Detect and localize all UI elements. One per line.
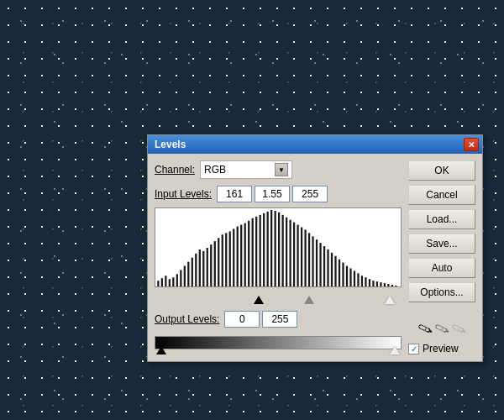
black-point-input[interactable] — [217, 186, 252, 202]
svg-rect-55 — [361, 276, 363, 286]
svg-rect-53 — [354, 270, 355, 286]
options-button[interactable]: Options... — [408, 282, 475, 302]
white-point-slider[interactable] — [385, 296, 395, 304]
svg-rect-54 — [357, 273, 359, 286]
title-bar: Levels ✕ — [148, 135, 482, 154]
svg-rect-51 — [346, 266, 348, 286]
output-white-slider[interactable] — [390, 346, 400, 354]
svg-rect-29 — [263, 213, 265, 286]
svg-rect-37 — [293, 223, 295, 286]
svg-rect-9 — [187, 262, 189, 286]
svg-rect-10 — [192, 258, 193, 286]
svg-rect-32 — [275, 211, 276, 286]
svg-rect-63 — [391, 285, 393, 286]
svg-rect-18 — [222, 234, 223, 286]
channel-label: Channel: — [155, 164, 195, 176]
svg-rect-17 — [218, 238, 219, 286]
svg-rect-1 — [157, 281, 159, 286]
close-button[interactable]: ✕ — [464, 138, 479, 151]
channel-select[interactable]: RGB ▼ — [200, 160, 292, 179]
input-levels-label: Input Levels: — [155, 188, 212, 200]
svg-rect-33 — [278, 213, 280, 286]
input-slider-row — [155, 289, 402, 304]
svg-rect-59 — [376, 281, 378, 286]
histogram-svg — [155, 208, 401, 286]
white-point-input[interactable] — [292, 186, 328, 202]
output-levels-label: Output Levels: — [155, 313, 219, 325]
levels-dialog: Levels ✕ Channel: RGB ▼ Input Levels: — [147, 134, 483, 362]
svg-rect-15 — [210, 244, 212, 286]
svg-rect-20 — [229, 231, 231, 286]
svg-rect-5 — [172, 277, 174, 286]
svg-rect-41 — [308, 233, 310, 286]
preview-checkbox[interactable]: ✓ — [408, 344, 419, 354]
auto-button[interactable]: Auto — [408, 258, 475, 278]
svg-rect-11 — [195, 254, 197, 286]
preview-label: Preview — [423, 343, 459, 354]
svg-rect-13 — [202, 251, 204, 286]
black-point-slider[interactable] — [254, 296, 264, 304]
load-button[interactable]: Load... — [408, 209, 475, 229]
svg-rect-2 — [161, 278, 163, 286]
svg-rect-8 — [184, 266, 186, 286]
output-levels-row: Output Levels: — [155, 311, 402, 328]
histogram-container — [155, 207, 402, 287]
output-black-slider[interactable] — [156, 346, 166, 354]
right-panel: OK Cancel Load... Save... Auto Options..… — [408, 160, 475, 354]
svg-rect-21 — [233, 228, 234, 286]
white-eyedropper-icon[interactable]: 🖊 — [449, 320, 467, 339]
svg-rect-52 — [349, 268, 351, 286]
eyedropper-row: 🖊 🖊 🖊 — [408, 322, 475, 337]
svg-rect-24 — [244, 223, 246, 286]
black-eyedropper-icon[interactable]: 🖊 — [416, 320, 433, 339]
input-levels-row: Input Levels: — [155, 186, 402, 202]
svg-rect-61 — [384, 283, 386, 286]
channel-dropdown-arrow[interactable]: ▼ — [275, 163, 288, 176]
svg-rect-47 — [331, 253, 333, 286]
svg-rect-23 — [240, 225, 242, 286]
dialog-title: Levels — [155, 139, 186, 150]
svg-rect-48 — [334, 256, 336, 286]
svg-rect-35 — [286, 218, 287, 286]
save-button[interactable]: Save... — [408, 234, 475, 254]
svg-rect-27 — [255, 217, 257, 286]
preview-row: ✓ Preview — [408, 343, 475, 354]
svg-rect-50 — [342, 263, 344, 286]
svg-rect-38 — [297, 225, 298, 286]
svg-rect-58 — [372, 281, 374, 286]
output-gradient-bar — [155, 336, 402, 349]
svg-rect-57 — [369, 279, 370, 286]
svg-rect-62 — [387, 284, 389, 286]
svg-rect-42 — [312, 236, 313, 286]
ok-button[interactable]: OK — [408, 160, 475, 181]
svg-rect-44 — [319, 243, 321, 286]
preview-checkmark: ✓ — [411, 344, 417, 354]
svg-rect-45 — [323, 246, 325, 286]
svg-rect-30 — [267, 212, 269, 286]
midtone-input[interactable] — [255, 186, 290, 202]
svg-rect-25 — [248, 221, 249, 286]
output-min-input[interactable] — [224, 311, 260, 328]
svg-rect-19 — [225, 233, 227, 286]
svg-rect-49 — [339, 260, 340, 286]
svg-rect-40 — [304, 229, 306, 286]
svg-rect-36 — [289, 220, 291, 286]
svg-rect-39 — [301, 228, 302, 286]
svg-rect-26 — [252, 218, 254, 286]
dialog-body: Channel: RGB ▼ Input Levels: — [148, 154, 482, 361]
svg-rect-60 — [380, 282, 381, 286]
gray-eyedropper-icon[interactable]: 🖊 — [433, 320, 450, 339]
channel-row: Channel: RGB ▼ — [155, 160, 402, 179]
left-panel: Channel: RGB ▼ Input Levels: — [155, 160, 402, 354]
cancel-button[interactable]: Cancel — [408, 185, 475, 205]
svg-rect-16 — [214, 241, 216, 286]
svg-rect-6 — [176, 274, 178, 286]
svg-rect-46 — [327, 249, 328, 286]
svg-rect-31 — [270, 210, 272, 286]
svg-rect-4 — [169, 279, 171, 286]
midtone-slider[interactable] — [304, 296, 314, 304]
svg-rect-12 — [199, 249, 201, 286]
output-max-input[interactable] — [262, 311, 297, 328]
svg-rect-28 — [260, 215, 261, 286]
svg-rect-34 — [281, 215, 283, 286]
